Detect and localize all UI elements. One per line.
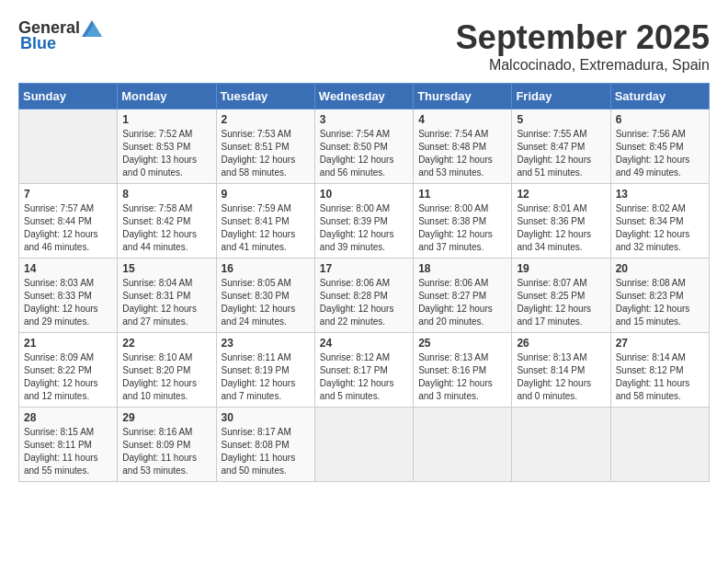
calendar-week-row: 14Sunrise: 8:03 AMSunset: 8:33 PMDayligh… <box>19 259 710 333</box>
day-number: 7 <box>24 188 112 201</box>
calendar-cell: 26Sunrise: 8:13 AMSunset: 8:14 PMDayligh… <box>512 333 610 408</box>
day-number: 10 <box>320 188 408 201</box>
day-info: Sunrise: 8:06 AMSunset: 8:28 PMDaylight:… <box>320 277 408 328</box>
title-area: September 2025 Malcocinado, Extremadura,… <box>456 18 710 74</box>
calendar-cell <box>414 408 512 482</box>
header-monday: Monday <box>118 84 216 109</box>
calendar-week-row: 28Sunrise: 8:15 AMSunset: 8:11 PMDayligh… <box>19 408 710 482</box>
calendar-cell: 1Sunrise: 7:52 AMSunset: 8:53 PMDaylight… <box>118 109 216 184</box>
day-info: Sunrise: 8:00 AMSunset: 8:39 PMDaylight:… <box>320 202 408 254</box>
day-number: 12 <box>517 188 605 201</box>
day-info: Sunrise: 7:59 AMSunset: 8:41 PMDaylight:… <box>222 202 310 254</box>
day-number: 6 <box>616 113 704 126</box>
day-info: Sunrise: 7:58 AMSunset: 8:42 PMDaylight:… <box>122 202 210 254</box>
day-info: Sunrise: 8:09 AMSunset: 8:22 PMDaylight:… <box>24 351 112 403</box>
calendar-cell: 14Sunrise: 8:03 AMSunset: 8:33 PMDayligh… <box>19 259 118 333</box>
day-number: 22 <box>122 337 210 350</box>
day-info: Sunrise: 8:11 AMSunset: 8:19 PMDaylight:… <box>222 351 310 403</box>
header-tuesday: Tuesday <box>216 84 314 109</box>
header-friday: Friday <box>512 84 610 109</box>
logo-icon <box>82 20 102 37</box>
calendar-cell: 18Sunrise: 8:06 AMSunset: 8:27 PMDayligh… <box>414 259 512 333</box>
day-info: Sunrise: 7:54 AMSunset: 8:50 PMDaylight:… <box>320 128 408 179</box>
calendar-cell: 13Sunrise: 8:02 AMSunset: 8:34 PMDayligh… <box>610 184 709 259</box>
calendar-cell: 28Sunrise: 8:15 AMSunset: 8:11 PMDayligh… <box>19 408 118 482</box>
calendar-cell: 25Sunrise: 8:13 AMSunset: 8:16 PMDayligh… <box>414 333 512 408</box>
day-info: Sunrise: 8:03 AMSunset: 8:33 PMDaylight:… <box>24 277 112 328</box>
day-number: 14 <box>24 262 112 275</box>
day-info: Sunrise: 8:06 AMSunset: 8:27 PMDaylight:… <box>418 277 506 328</box>
day-number: 9 <box>222 188 310 201</box>
day-info: Sunrise: 7:52 AMSunset: 8:53 PMDaylight:… <box>122 128 210 179</box>
calendar-cell: 9Sunrise: 7:59 AMSunset: 8:41 PMDaylight… <box>216 184 314 259</box>
calendar-cell: 10Sunrise: 8:00 AMSunset: 8:39 PMDayligh… <box>314 184 413 259</box>
calendar-cell: 29Sunrise: 8:16 AMSunset: 8:09 PMDayligh… <box>118 408 216 482</box>
calendar-cell: 15Sunrise: 8:04 AMSunset: 8:31 PMDayligh… <box>118 259 216 333</box>
calendar-cell: 8Sunrise: 7:58 AMSunset: 8:42 PMDaylight… <box>118 184 216 259</box>
calendar-cell: 24Sunrise: 8:12 AMSunset: 8:17 PMDayligh… <box>314 333 413 408</box>
day-number: 18 <box>418 262 506 275</box>
calendar-cell: 11Sunrise: 8:00 AMSunset: 8:38 PMDayligh… <box>414 184 512 259</box>
day-number: 29 <box>122 411 210 424</box>
day-info: Sunrise: 8:01 AMSunset: 8:36 PMDaylight:… <box>517 202 605 254</box>
calendar-cell <box>512 408 610 482</box>
calendar-cell <box>610 408 709 482</box>
day-number: 4 <box>418 113 506 126</box>
day-info: Sunrise: 7:53 AMSunset: 8:51 PMDaylight:… <box>222 128 310 179</box>
calendar-week-row: 7Sunrise: 7:57 AMSunset: 8:44 PMDaylight… <box>19 184 710 259</box>
day-number: 17 <box>320 262 408 275</box>
calendar-cell: 20Sunrise: 8:08 AMSunset: 8:23 PMDayligh… <box>610 259 709 333</box>
header-saturday: Saturday <box>610 84 709 109</box>
day-info: Sunrise: 8:15 AMSunset: 8:11 PMDaylight:… <box>24 426 112 477</box>
day-number: 16 <box>222 262 310 275</box>
day-info: Sunrise: 7:57 AMSunset: 8:44 PMDaylight:… <box>24 202 112 254</box>
day-number: 2 <box>222 113 310 126</box>
header: General Blue September 2025 Malcocinado,… <box>18 18 710 74</box>
calendar-cell: 30Sunrise: 8:17 AMSunset: 8:08 PMDayligh… <box>216 408 314 482</box>
day-number: 26 <box>517 337 605 350</box>
calendar-cell: 5Sunrise: 7:55 AMSunset: 8:47 PMDaylight… <box>512 109 610 184</box>
day-info: Sunrise: 8:02 AMSunset: 8:34 PMDaylight:… <box>616 202 704 254</box>
day-number: 23 <box>222 337 310 350</box>
logo-blue-text: Blue <box>20 34 56 53</box>
calendar-cell: 22Sunrise: 8:10 AMSunset: 8:20 PMDayligh… <box>118 333 216 408</box>
day-number: 27 <box>616 337 704 350</box>
day-number: 11 <box>418 188 506 201</box>
day-info: Sunrise: 8:16 AMSunset: 8:09 PMDaylight:… <box>122 426 210 477</box>
header-thursday: Thursday <box>414 84 512 109</box>
day-number: 28 <box>24 411 112 424</box>
day-number: 24 <box>320 337 408 350</box>
calendar-week-row: 1Sunrise: 7:52 AMSunset: 8:53 PMDaylight… <box>19 109 710 184</box>
calendar-cell: 3Sunrise: 7:54 AMSunset: 8:50 PMDaylight… <box>314 109 413 184</box>
day-number: 1 <box>122 113 210 126</box>
calendar-cell: 6Sunrise: 7:56 AMSunset: 8:45 PMDaylight… <box>610 109 709 184</box>
days-header-row: Sunday Monday Tuesday Wednesday Thursday… <box>19 84 710 109</box>
day-info: Sunrise: 8:10 AMSunset: 8:20 PMDaylight:… <box>122 351 210 403</box>
day-info: Sunrise: 8:13 AMSunset: 8:14 PMDaylight:… <box>517 351 605 403</box>
day-info: Sunrise: 8:05 AMSunset: 8:30 PMDaylight:… <box>222 277 310 328</box>
calendar-cell: 2Sunrise: 7:53 AMSunset: 8:51 PMDaylight… <box>216 109 314 184</box>
calendar-cell: 4Sunrise: 7:54 AMSunset: 8:48 PMDaylight… <box>414 109 512 184</box>
day-info: Sunrise: 8:14 AMSunset: 8:12 PMDaylight:… <box>616 351 704 403</box>
location-title: Malcocinado, Extremadura, Spain <box>456 57 710 74</box>
day-info: Sunrise: 8:08 AMSunset: 8:23 PMDaylight:… <box>616 277 704 328</box>
day-info: Sunrise: 7:56 AMSunset: 8:45 PMDaylight:… <box>616 128 704 179</box>
calendar-cell <box>19 109 118 184</box>
day-info: Sunrise: 8:07 AMSunset: 8:25 PMDaylight:… <box>517 277 605 328</box>
header-wednesday: Wednesday <box>314 84 413 109</box>
day-number: 20 <box>616 262 704 275</box>
calendar-cell: 27Sunrise: 8:14 AMSunset: 8:12 PMDayligh… <box>610 333 709 408</box>
day-number: 25 <box>418 337 506 350</box>
day-number: 21 <box>24 337 112 350</box>
day-info: Sunrise: 8:13 AMSunset: 8:16 PMDaylight:… <box>418 351 506 403</box>
day-number: 15 <box>122 262 210 275</box>
day-info: Sunrise: 8:04 AMSunset: 8:31 PMDaylight:… <box>122 277 210 328</box>
calendar-week-row: 21Sunrise: 8:09 AMSunset: 8:22 PMDayligh… <box>19 333 710 408</box>
header-sunday: Sunday <box>19 84 118 109</box>
logo: General Blue <box>18 18 102 53</box>
day-info: Sunrise: 8:12 AMSunset: 8:17 PMDaylight:… <box>320 351 408 403</box>
day-info: Sunrise: 7:55 AMSunset: 8:47 PMDaylight:… <box>517 128 605 179</box>
calendar-cell: 17Sunrise: 8:06 AMSunset: 8:28 PMDayligh… <box>314 259 413 333</box>
day-info: Sunrise: 7:54 AMSunset: 8:48 PMDaylight:… <box>418 128 506 179</box>
calendar-cell: 23Sunrise: 8:11 AMSunset: 8:19 PMDayligh… <box>216 333 314 408</box>
